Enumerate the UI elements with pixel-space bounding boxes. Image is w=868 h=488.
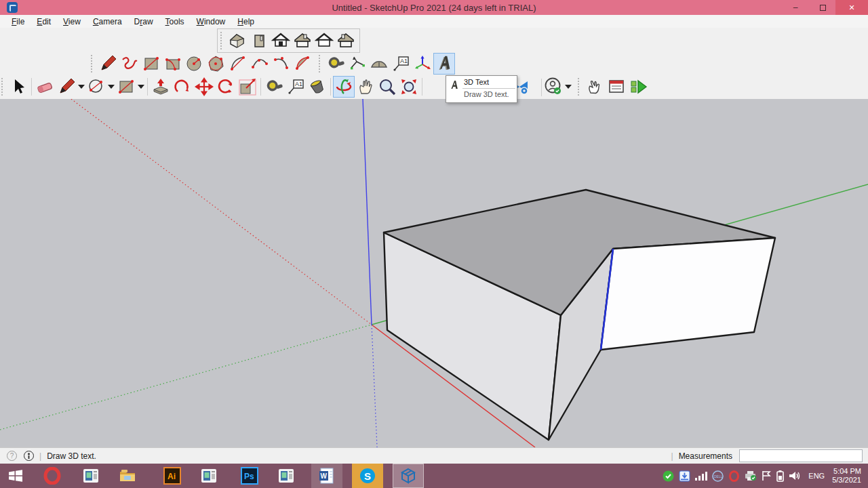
menu-camera[interactable]: Camera <box>87 16 128 28</box>
dell-icon[interactable]: DELL <box>712 470 724 482</box>
front-view-button[interactable] <box>270 30 292 52</box>
menu-tools[interactable]: Tools <box>159 16 191 28</box>
opera-icon <box>43 467 61 485</box>
iso-view-button[interactable] <box>226 30 248 52</box>
zoom-tool-button[interactable] <box>376 76 398 98</box>
paint-bucket-tool-icon <box>308 77 327 96</box>
menu-file[interactable]: File <box>5 16 31 28</box>
printer-ok-icon[interactable] <box>745 470 757 481</box>
three-point-arc-tool-button[interactable] <box>271 53 292 75</box>
arc-tool-button[interactable] <box>227 53 249 75</box>
status-message: Draw 3D text. <box>47 451 96 461</box>
push-pull-tool-button[interactable] <box>150 76 172 98</box>
signal-bars-icon[interactable] <box>695 471 707 481</box>
download-manager-icon[interactable] <box>679 470 690 482</box>
toolbar-grip[interactable] <box>1 78 5 96</box>
restore-button[interactable] <box>812 0 833 15</box>
menu-edit[interactable]: Edit <box>31 16 57 28</box>
close-button[interactable]: ✕ <box>835 0 868 15</box>
info-circle-icon[interactable] <box>24 451 34 461</box>
menu-view[interactable]: View <box>57 16 87 28</box>
toolbar-grip[interactable] <box>319 55 322 73</box>
3d-text-tool-button[interactable] <box>433 53 455 75</box>
back-view-button[interactable] <box>313 30 335 52</box>
start-button[interactable] <box>0 464 31 488</box>
right-view-button[interactable] <box>292 30 313 52</box>
text-tool-button[interactable]: A1 <box>390 53 412 75</box>
circle-tool-button[interactable] <box>184 53 205 75</box>
measurements-input[interactable] <box>739 449 863 462</box>
axes-tool-button[interactable] <box>412 53 433 75</box>
rectangle-tool-dropdown[interactable] <box>137 76 145 98</box>
rotated-rectangle-tool-button[interactable] <box>162 53 184 75</box>
language-indicator[interactable]: ENG <box>806 472 827 480</box>
taskbar-illustrator[interactable]: Ai <box>157 464 188 488</box>
send-to-layout-icon <box>629 77 648 96</box>
pie-tool-button[interactable] <box>292 53 314 75</box>
taskbar-app-window-1[interactable] <box>75 464 106 488</box>
orbit-tool-button[interactable] <box>333 76 355 98</box>
taskbar-photoshop[interactable]: Ps <box>234 464 265 488</box>
freehand-tool-button[interactable] <box>119 53 140 75</box>
pan-tool-button[interactable] <box>355 76 376 98</box>
volume-icon[interactable] <box>789 470 801 481</box>
sign-in-dropdown[interactable] <box>564 76 572 98</box>
tooltip-3d-text: 3D Text Draw 3D text. <box>446 75 517 103</box>
help-circle-icon[interactable]: ? <box>7 451 17 461</box>
move-tool-button[interactable] <box>193 76 215 98</box>
select-tool-button[interactable] <box>7 76 29 98</box>
taskbar-sketchup[interactable] <box>393 464 424 488</box>
zoom-extents-button[interactable] <box>398 76 420 98</box>
line-tool-button[interactable] <box>56 76 77 98</box>
rotate-tool-button[interactable] <box>215 76 237 98</box>
tape-measure-tool-button[interactable] <box>325 53 347 75</box>
toolbar-grip[interactable] <box>91 55 94 73</box>
toolbar-grip[interactable] <box>578 78 581 96</box>
taskbar-app-window-3[interactable] <box>271 464 302 488</box>
taskbar-opera[interactable] <box>37 464 68 488</box>
modeling-viewport[interactable]: Activate Windows Go to PC settings to ac… <box>0 99 868 447</box>
two-point-arc-tool-button[interactable] <box>249 53 271 75</box>
opera-tray-icon[interactable] <box>728 470 740 482</box>
protractor-tool-button[interactable] <box>368 53 390 75</box>
tape-measure-tool-button[interactable] <box>263 76 285 98</box>
line-tool-dropdown[interactable] <box>77 76 85 98</box>
scale-tool-button[interactable] <box>237 76 258 98</box>
app-window-icon <box>200 467 218 485</box>
top-view-icon <box>250 31 269 50</box>
right-view-icon <box>293 31 312 50</box>
minimize-button[interactable]: – <box>785 0 806 15</box>
taskbar-file-explorer[interactable] <box>112 464 143 488</box>
arc-tool-button[interactable] <box>85 76 107 98</box>
viewport-canvas[interactable] <box>0 99 868 447</box>
rectangle-tool-button[interactable] <box>140 53 162 75</box>
menu-help[interactable]: Help <box>231 16 260 28</box>
send-to-layout-button[interactable] <box>627 76 649 98</box>
menu-window[interactable]: Window <box>191 16 232 28</box>
top-view-button[interactable] <box>248 30 270 52</box>
antivirus-ok-icon[interactable] <box>663 470 674 482</box>
model-right-face[interactable] <box>601 238 775 350</box>
instructor-button[interactable] <box>584 76 606 98</box>
sign-in-button[interactable] <box>542 76 564 98</box>
text-tool-button[interactable]: A1 <box>285 76 307 98</box>
battery-icon[interactable] <box>776 470 784 482</box>
taskbar-word[interactable]: W <box>311 464 342 488</box>
taskbar-app-window-2[interactable] <box>193 464 224 488</box>
action-center-flag-icon[interactable] <box>762 470 772 481</box>
taskbar-skype[interactable]: S <box>352 464 383 488</box>
clock[interactable]: 5:04 PM 5/3/2021 <box>832 467 865 485</box>
menu-draw[interactable]: Draw <box>128 16 159 28</box>
push-pull-tool-icon <box>151 77 170 96</box>
rectangle-tool-button[interactable] <box>115 76 137 98</box>
line-tool-button[interactable] <box>97 53 119 75</box>
follow-me-tool-button[interactable] <box>172 76 193 98</box>
eraser-tool-button[interactable] <box>34 76 56 98</box>
default-tray-button[interactable] <box>606 76 627 98</box>
dimension-tool-button[interactable] <box>347 53 368 75</box>
toolbar-grip[interactable] <box>220 32 224 49</box>
arc-tool-dropdown[interactable] <box>107 76 115 98</box>
left-view-button[interactable] <box>335 30 357 52</box>
paint-bucket-tool-button[interactable] <box>307 76 328 98</box>
polygon-tool-button[interactable] <box>205 53 227 75</box>
